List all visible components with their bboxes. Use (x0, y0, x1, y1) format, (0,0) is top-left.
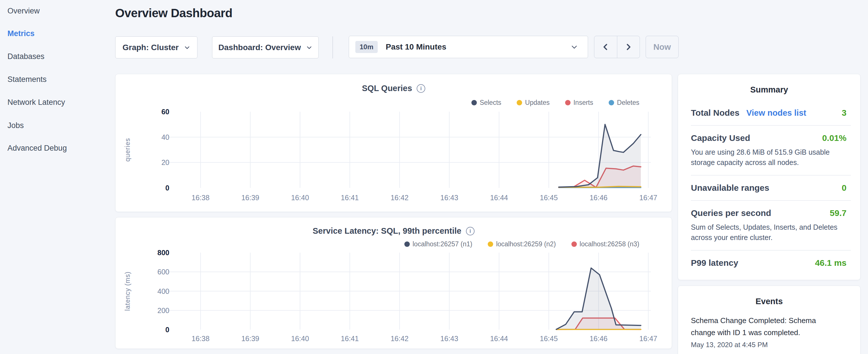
summary-row-label: P99 latency (691, 258, 738, 268)
service-latency-chart: 16:3816:3916:4016:4116:4216:4316:4416:45… (116, 217, 672, 349)
summary-row-value: 46.1 ms (815, 258, 851, 268)
x-tick-label: 16:38 (192, 194, 210, 202)
y-tick-label: 400 (157, 287, 169, 295)
y-axis-title: queries (124, 138, 131, 162)
summary-row: Unavailable ranges0 (691, 183, 851, 193)
chevron-down-icon (184, 44, 190, 51)
event-item[interactable]: Schema Change Completed: Schema change w… (691, 315, 817, 349)
summary-row-label: Queries per second (691, 208, 771, 218)
x-tick-label: 16:40 (291, 334, 309, 343)
now-button[interactable]: Now (646, 36, 679, 58)
x-tick-label: 16:39 (241, 334, 259, 343)
summary-row-label: Unavailable ranges (691, 183, 769, 193)
graph-dropdown[interactable]: Graph: Cluster (115, 36, 197, 58)
sidebar-item-statements[interactable]: Statements (7, 73, 47, 85)
chevron-right-icon (624, 43, 633, 51)
summary-row-value: 0 (842, 183, 851, 193)
summary-row-value: 3 (842, 108, 851, 118)
time-window-badge: 10m (355, 41, 378, 53)
x-tick-label: 16:44 (490, 194, 508, 202)
summary-row: Queries per second59.7 (691, 208, 851, 218)
divider (691, 200, 851, 201)
summary-row-value: 0.01% (822, 133, 851, 143)
sidebar-item-overview[interactable]: Overview (7, 5, 40, 17)
y-tick-label: 800 (157, 249, 169, 257)
summary-row-value: 59.7 (830, 208, 851, 218)
x-tick-label: 16:39 (241, 194, 259, 202)
y-axis-title: latency (ms) (124, 271, 131, 311)
dashboard-dropdown[interactable]: Dashboard: Overview (212, 36, 319, 58)
sidebar-item-jobs[interactable]: Jobs (7, 120, 24, 131)
summary-row: Total NodesView nodes list3 (691, 108, 851, 118)
summary-title: Summary (678, 85, 860, 95)
y-tick-label: 60 (161, 108, 169, 116)
sql-queries-chart-card: SQL Queries i SelectsUpdatesInsertsDelet… (115, 74, 672, 212)
x-tick-label: 16:46 (589, 194, 608, 202)
divider (691, 175, 851, 175)
sidebar-item-metrics[interactable]: Metrics (7, 28, 35, 39)
next-time-button[interactable] (617, 36, 640, 58)
graph-dropdown-label: Graph: Cluster (122, 43, 179, 52)
page-title: Overview Dashboard (115, 6, 232, 20)
summary-row-label: Total Nodes (691, 108, 739, 118)
y-tick-label: 600 (157, 268, 169, 276)
x-tick-label: 16:47 (639, 334, 657, 343)
events-panel: Events Schema Change Completed: Schema c… (678, 286, 861, 354)
x-tick-label: 16:42 (391, 194, 409, 202)
divider (691, 250, 851, 251)
summary-row-subtext: You are using 28.6 MiB of 515.9 GiB usab… (691, 147, 851, 167)
y-tick-label: 20 (161, 158, 169, 166)
y-tick-label: 40 (161, 133, 169, 141)
time-range-selector[interactable]: 10m Past 10 Minutes (349, 36, 588, 58)
x-tick-label: 16:41 (341, 334, 359, 343)
x-tick-label: 16:47 (639, 194, 657, 202)
controls-divider (333, 36, 333, 58)
x-tick-label: 16:40 (291, 194, 309, 202)
summary-row-subtext: Sum of Selects, Updates, Inserts, and De… (691, 222, 851, 243)
summary-row: P99 latency46.1 ms (691, 258, 851, 268)
x-tick-label: 16:43 (440, 334, 459, 343)
summary-row-label: Capacity Used (691, 133, 750, 143)
x-tick-label: 16:38 (192, 334, 210, 343)
time-step-buttons (594, 36, 640, 58)
events-title: Events (678, 297, 860, 306)
sidebar-item-databases[interactable]: Databases (7, 51, 44, 62)
previous-time-button[interactable] (594, 36, 617, 58)
event-text: Schema Change Completed: Schema change w… (691, 315, 817, 339)
chevron-down-icon (306, 44, 312, 51)
service-latency-chart-card: Service Latency: SQL, 99th percentile i … (115, 217, 672, 349)
y-tick-label: 0 (165, 326, 169, 334)
x-tick-label: 16:42 (391, 334, 409, 343)
x-tick-label: 16:45 (540, 194, 558, 202)
summary-panel: Summary Total NodesView nodes list3Capac… (678, 74, 861, 280)
sidebar-item-advanced-debug[interactable]: Advanced Debug (7, 142, 67, 154)
divider (691, 125, 851, 126)
event-timestamp: May 13, 2020 at 4:45 PM (691, 341, 817, 349)
view-nodes-list-link[interactable]: View nodes list (746, 108, 806, 118)
y-tick-label: 0 (165, 184, 169, 192)
y-tick-label: 200 (157, 307, 169, 315)
x-tick-label: 16:45 (540, 334, 558, 343)
x-tick-label: 16:46 (589, 334, 608, 343)
chevron-down-icon (570, 43, 578, 51)
chevron-left-icon (601, 43, 610, 51)
x-tick-label: 16:41 (341, 194, 359, 202)
dashboard-dropdown-label: Dashboard: Overview (218, 43, 301, 52)
sidebar-item-network-latency[interactable]: Network Latency (7, 96, 65, 108)
x-tick-label: 16:44 (490, 334, 508, 343)
time-window-label: Past 10 Minutes (386, 42, 570, 52)
sql-queries-chart: 16:3816:3916:4016:4116:4216:4316:4416:45… (116, 74, 672, 212)
series-area-selects (559, 124, 641, 188)
x-tick-label: 16:43 (440, 194, 459, 202)
summary-row: Capacity Used0.01% (691, 133, 851, 143)
sidebar: OverviewMetricsDatabasesStatementsNetwor… (0, 0, 115, 354)
